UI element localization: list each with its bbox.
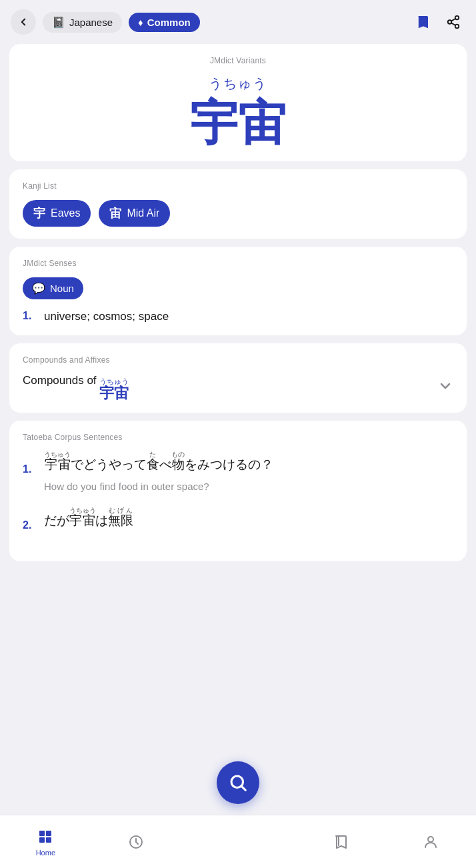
sentence-content-1: 宇宙うちゅうでどうやって食たべ物ものをみつけるの？ How do you fin… [44, 451, 453, 494]
compounds-card: Compounds and Affixes Compounds of うちゅう … [9, 343, 467, 413]
svg-line-6 [242, 787, 245, 790]
compounds-row: Compounds of うちゅう 宇宙 [23, 374, 453, 401]
ruby-uchu2: 宇宙うちゅう [69, 513, 95, 527]
nav-account[interactable] [421, 833, 440, 851]
svg-rect-9 [39, 837, 45, 843]
kanji-badges-container: 宇 Eaves 宙 Mid Air [23, 200, 453, 227]
japanese-sentence-2: だが宇宙うちゅうは無限むげん [44, 507, 453, 531]
jmdict-variants-card: JMdict Variants うちゅう 宇宙 [9, 44, 467, 161]
sentence-num-2: 2. [23, 507, 36, 531]
language-selector[interactable]: 📓 Japanese [43, 12, 122, 33]
svg-point-13 [428, 837, 433, 842]
search-fab-button[interactable] [217, 761, 259, 804]
ruby-ta: 食た [147, 457, 159, 471]
share-button[interactable] [441, 10, 465, 34]
sense-item-1: 1. universe; cosmos; space [23, 310, 453, 323]
kanji-badge-midair[interactable]: 宙 Mid Air [99, 200, 170, 227]
compounds-prefix: Compounds of [23, 374, 99, 387]
furigana-text: うちゅう [23, 75, 453, 93]
account-icon [421, 833, 440, 851]
nav-history[interactable] [127, 833, 145, 851]
top-bar: 📓 Japanese ♦ Common [0, 0, 476, 44]
ruby-mugen: 無限むげん [108, 513, 133, 527]
chat-icon: 💬 [32, 282, 45, 295]
history-icon [127, 833, 145, 851]
compounds-label: Compounds and Affixes [23, 355, 453, 365]
kanji-label-eaves: Eaves [51, 207, 80, 219]
kanji-text: 宇宙 [23, 97, 453, 149]
english-sentence-1: How do you find food in outer space? [44, 479, 453, 495]
pos-label: Noun [50, 283, 74, 294]
kanji-label-midair: Mid Air [127, 207, 159, 219]
bottom-nav: Home [0, 815, 476, 868]
nav-home[interactable]: Home [36, 827, 55, 857]
diamond-icon: ♦ [138, 17, 143, 28]
kanji-char-chu: 宙 [109, 205, 121, 221]
home-icon [36, 827, 55, 846]
sense-number-1: 1. [23, 310, 36, 322]
sentence-item-1: 1. 宇宙うちゅうでどうやって食たべ物ものをみつけるの？ How do you … [23, 451, 453, 494]
bookmarks-icon [331, 833, 350, 851]
back-button[interactable] [11, 9, 36, 35]
corpus-label: Tatoeba Corpus Sentences [23, 433, 453, 442]
corpus-card: Tatoeba Corpus Sentences 1. 宇宙うちゅうでどうやって… [9, 421, 467, 561]
sense-text-1: universe; cosmos; space [44, 310, 169, 323]
kanji-list-card: Kanji List 宇 Eaves 宙 Mid Air [9, 169, 467, 239]
ruby-uchuuu: 宇宙うちゅう [44, 457, 71, 471]
pos-noun-badge[interactable]: 💬 Noun [23, 277, 83, 299]
book-icon: 📓 [52, 16, 65, 29]
sentence-num-1: 1. [23, 451, 36, 475]
svg-rect-10 [46, 837, 51, 843]
nav-bookmarks[interactable] [331, 833, 350, 851]
svg-line-3 [451, 23, 455, 25]
sentence-item-2: 2. だが宇宙うちゅうは無限むげん [23, 507, 453, 535]
svg-rect-7 [39, 831, 45, 836]
sentence-content-2: だが宇宙うちゅうは無限むげん [44, 507, 453, 535]
compounds-kanji: 宇宙 [99, 386, 129, 401]
jmdict-variants-label: JMdict Variants [23, 56, 453, 65]
jmdict-senses-card: JMdict Senses 💬 Noun 1. universe; cosmos… [9, 247, 467, 335]
svg-rect-8 [46, 831, 51, 836]
compounds-of-label: Compounds of うちゅう 宇宙 [23, 374, 129, 401]
japanese-sentence-1: 宇宙うちゅうでどうやって食たべ物ものをみつけるの？ [44, 451, 453, 475]
common-badge[interactable]: ♦ Common [129, 13, 200, 32]
svg-line-4 [451, 19, 455, 21]
compounds-expand-button[interactable] [437, 378, 453, 397]
language-label: Japanese [69, 17, 113, 28]
ruby-mono: 物もの [172, 457, 185, 471]
jmdict-senses-label: JMdict Senses [23, 259, 453, 268]
kanji-list-label: Kanji List [23, 181, 453, 191]
kanji-char-u: 宇 [33, 205, 45, 221]
compounds-kanji-block[interactable]: うちゅう 宇宙 [99, 378, 129, 401]
kanji-badge-eaves[interactable]: 宇 Eaves [23, 200, 91, 227]
nav-home-label: Home [36, 849, 55, 857]
common-label: Common [147, 17, 191, 28]
bookmark-button[interactable] [411, 10, 435, 34]
